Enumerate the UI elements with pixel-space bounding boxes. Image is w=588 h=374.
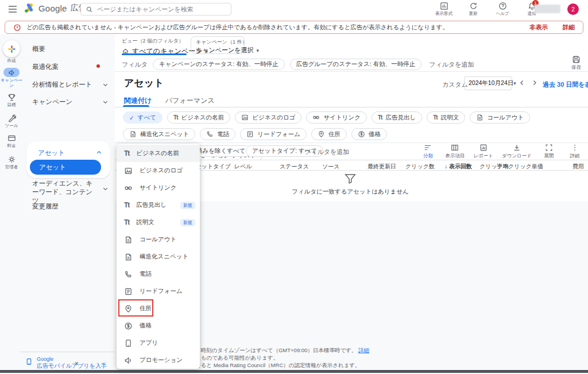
campaign-status-chip[interactable]: キャンペーンのステータス: 有効、一時停止 [153, 59, 285, 70]
global-search[interactable] [80, 3, 231, 16]
chip-business-name[interactable]: Tt ビジネスの名前 [167, 111, 230, 124]
menu-item-description[interactable]: Tt 説明文 新規 [117, 214, 200, 231]
column-header[interactable]: レベル [234, 163, 252, 171]
menu-item-promotion[interactable]: プロモーション [117, 352, 200, 369]
chip-business-logo[interactable]: ビジネスのロゴ [235, 111, 301, 124]
menu-item-sitelink[interactable]: サイトリンク [117, 179, 200, 196]
columns-button[interactable]: 表示項目 [445, 144, 465, 160]
download-button[interactable]: ダウンロード [502, 144, 532, 160]
chip-call[interactable]: 電話 [200, 128, 235, 140]
wrench-icon [7, 114, 16, 122]
date-range-picker[interactable]: 2024年10月24日 ▾ [464, 76, 512, 90]
chip-headline[interactable]: Tt 広告見出し [372, 111, 422, 124]
chip-location[interactable]: 住所 [311, 128, 347, 140]
sidebar-item-recommendations[interactable]: 最適化案 [32, 63, 59, 71]
footer-details-link[interactable]: 詳細 [358, 347, 369, 353]
menu-item-location[interactable]: 住所 [117, 300, 200, 317]
banner-hide-link[interactable]: 非表示 [530, 24, 548, 32]
sidebar-item-insights[interactable]: 分析情報とレポート [32, 80, 92, 89]
column-header[interactable]: 平均クリック単価 [497, 163, 543, 171]
refresh-button[interactable]: 更新 [463, 2, 483, 17]
chevron-down-icon[interactable] [102, 186, 109, 192]
save-button[interactable]: 保存 [571, 55, 581, 71]
adgroup-status-chip[interactable]: 広告グループのステータス: 有効、一時停止 [290, 59, 421, 70]
avatar[interactable]: 2 [567, 3, 579, 15]
chevron-down-icon[interactable] [102, 99, 109, 105]
segment-button[interactable]: 分類 [419, 144, 436, 160]
prev-period-button[interactable] [519, 79, 525, 86]
rail-campaigns-item[interactable]: キャンペーン [0, 68, 23, 88]
rail-billing-item[interactable]: 料金 [0, 134, 23, 149]
sidebar-item-assets-active[interactable]: アセット [30, 160, 101, 175]
menu-item-headline[interactable]: Tt 広告見出し 新規 [117, 196, 200, 214]
sidebar-item-change-history[interactable]: 変更履歴 [32, 202, 59, 211]
menu-item-business-logo[interactable]: ビジネスのロゴ [117, 162, 200, 179]
tab-performance[interactable]: パフォーマンス [165, 96, 215, 106]
chevron-down-icon[interactable] [102, 82, 109, 88]
column-header[interactable]: クリック数 [405, 163, 435, 171]
campaign-selector[interactable]: キャンペーン（1 件） キャンペーンを選択 ▾ [191, 36, 245, 54]
topbar-actions: 表示形式 更新 ヘルプ 1 通知 [434, 2, 541, 17]
expand-button[interactable]: 展開 [540, 144, 558, 160]
report-button[interactable]: レポート [473, 144, 493, 160]
next-period-button[interactable] [531, 79, 538, 86]
more-button[interactable]: ⋮ 詳細 [566, 144, 583, 160]
chip-description[interactable]: Tt 説明文 [427, 111, 465, 124]
empty-state-message: フィルタに一致するアセットはありません [264, 188, 436, 196]
menu-item-call[interactable]: 電話 [117, 265, 200, 283]
chip-callout[interactable]: コールアウト [470, 111, 530, 124]
ads-logo-icon [24, 3, 35, 13]
rail-create-button[interactable]: 作成 [0, 40, 23, 64]
mobile-app-promo[interactable]: Google 広告モバイルアプリを入手 [25, 356, 111, 370]
tab-associations[interactable]: 関連付け [124, 96, 152, 106]
rail-goals-item[interactable]: 目標 [0, 93, 23, 108]
chevron-up-icon[interactable] [96, 149, 102, 156]
help-button[interactable]: ヘルプ [493, 2, 512, 17]
price-icon [358, 130, 365, 138]
display-format-button[interactable]: 表示形式 [434, 2, 454, 17]
column-header[interactable]: 費用 [572, 163, 584, 171]
add-filter-link[interactable]: フィルタを追加 [429, 60, 474, 69]
menu-item-structured-snippet[interactable]: 構造化スニペット [117, 248, 200, 265]
chip-label: 電話 [217, 130, 229, 138]
asset-type-dropdown-menu: Tt ビジネスの名前 ビジネスのロゴ サイトリンク Tt 広告見出し 新規 Tt… [117, 144, 200, 369]
chip-price[interactable]: 価格 [351, 128, 387, 140]
menu-item-price[interactable]: 価格 [117, 317, 200, 334]
promo-close-icon[interactable]: × [75, 360, 79, 368]
menu-item-business-name[interactable]: Tt ビジネスの名前 [117, 145, 200, 162]
rail-tools-item[interactable]: ツール [0, 114, 23, 129]
document-icon [129, 130, 137, 138]
download-icon [513, 144, 521, 152]
menu-item-callout[interactable]: コールアウト [117, 231, 200, 248]
column-header[interactable]: 最終更新日 [368, 163, 396, 171]
new-badge: 新規 [180, 202, 195, 209]
show-last-30-days-link[interactable]: 過去 30 日間を表示 [543, 80, 588, 89]
menu-item-lead-form[interactable]: リードフォーム [117, 283, 200, 300]
google-ads-logo[interactable]: Google 広告 [24, 3, 87, 13]
promo-divider [21, 352, 115, 352]
sidebar-item-campaigns[interactable]: キャンペーン [32, 98, 72, 106]
menu-item-app[interactable]: アプリ [117, 334, 200, 352]
menu-hamburger-icon[interactable] [8, 5, 17, 13]
recommendations-dot [96, 64, 100, 68]
toolbar-add-filter-link[interactable]: フィルタを追加 [304, 148, 349, 156]
sidebar-item-overview[interactable]: 概要 [32, 45, 45, 53]
rail-admin-item[interactable]: 管理者 [0, 155, 23, 170]
horizontal-scrollbar[interactable] [0, 370, 588, 373]
column-header[interactable]: ソース [322, 163, 339, 171]
sidebar-item-audiences[interactable]: オーディエンス、キーワード、コンテンツ [32, 179, 99, 205]
gear-icon [7, 155, 16, 164]
document-icon [476, 114, 483, 121]
chip-all[interactable]: ✓ すべて [123, 111, 163, 124]
text-asset-icon: Tt [124, 149, 129, 157]
rail-tools-label: ツール [5, 124, 18, 129]
chip-lead-form[interactable]: リードフォーム [240, 128, 307, 140]
chip-structured-snippet[interactable]: 構造化スニペット [123, 128, 195, 140]
banner-details-link[interactable]: 詳細 [563, 24, 575, 32]
sidebar-item-assets[interactable]: アセット [38, 149, 65, 157]
column-header[interactable]: ステータス [280, 163, 309, 171]
chip-sitelink[interactable]: サイトリンク [306, 111, 366, 124]
search-input[interactable] [97, 6, 226, 13]
column-header-sorted[interactable]: ↓ 表示回数 [444, 163, 472, 171]
account-info-redacted [534, 5, 560, 13]
